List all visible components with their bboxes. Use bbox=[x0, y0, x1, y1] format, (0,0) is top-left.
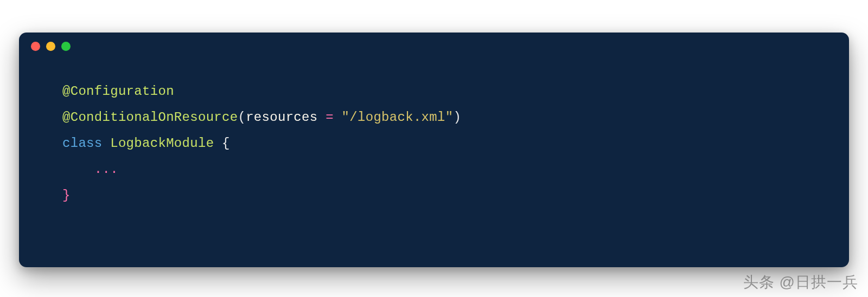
annotation-token: @ConditionalOnResource bbox=[62, 110, 238, 125]
code-line-3: class LogbackModule { bbox=[62, 131, 806, 157]
closebrace-token: } bbox=[62, 188, 71, 203]
keyword-token: class bbox=[62, 136, 103, 151]
paren-token: ) bbox=[453, 110, 461, 125]
code-content: @Configuration @ConditionalOnResource(re… bbox=[19, 60, 849, 219]
watermark-text: 头条 @日拱一兵 bbox=[743, 272, 858, 293]
code-line-5: } bbox=[62, 183, 806, 209]
window-titlebar bbox=[19, 33, 849, 60]
annotation-token: @Configuration bbox=[62, 84, 174, 99]
param-token: resources bbox=[246, 110, 317, 125]
operator-token: = bbox=[317, 110, 341, 125]
code-line-4: ... bbox=[62, 157, 806, 183]
code-line-2: @ConditionalOnResource(resources = "/log… bbox=[62, 105, 806, 131]
code-line-1: @Configuration bbox=[62, 79, 806, 105]
brace-token: { bbox=[222, 136, 230, 151]
ellipsis-token: ... bbox=[94, 162, 118, 177]
minimize-icon[interactable] bbox=[46, 42, 55, 51]
close-icon[interactable] bbox=[31, 42, 40, 51]
code-window: @Configuration @ConditionalOnResource(re… bbox=[19, 33, 849, 267]
string-token: "/logback.xml" bbox=[342, 110, 454, 125]
maximize-icon[interactable] bbox=[61, 42, 71, 51]
paren-token: ( bbox=[238, 110, 246, 125]
classname-token: LogbackModule bbox=[110, 136, 214, 151]
